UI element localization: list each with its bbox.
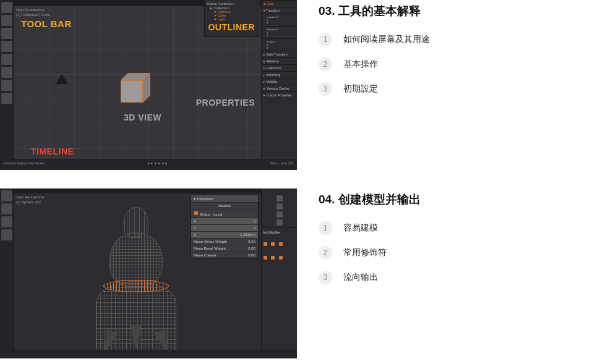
cursor-icon [1,15,12,26]
step-list-04: 1 容易建模 2 常用修饰符 3 流向输出 [319,221,421,284]
step-item[interactable]: 1 容易建模 [319,221,421,235]
step-item[interactable]: 3 流向输出 [319,271,421,284]
step-list-03: 1 如何阅读屏幕及其用途 2 基本操作 3 初期設定 [319,33,430,96]
move-icon [1,28,12,39]
modifier-icon [264,242,267,246]
modifier-icon [279,256,283,260]
blender-screenshot-2: User Perspective (1) Sphere.002 ▾ Transf… [0,188,297,358]
transform-icon [1,67,12,78]
step-item[interactable]: 2 基本操作 [319,57,430,71]
step-label: 如何阅读屏幕及其用途 [343,34,430,45]
properties-panel: ■ Cube ▾ Transform Location X YZ Rotatio… [261,0,297,170]
scale-icon [1,54,12,65]
step-label: 初期設定 [343,83,378,95]
annotate-icon [1,80,12,91]
overlay-label-properties: PROPERTIES [196,98,255,108]
properties-panel: Add Modifier [261,188,297,358]
step-number: 2 [319,57,332,71]
rotate-icon [1,41,12,52]
step-item[interactable]: 1 如何阅读屏幕及其用途 [319,33,430,46]
modifier-icon [271,256,275,260]
scene-icon [276,219,283,226]
modifier-icon [279,242,283,246]
step-item[interactable]: 3 初期設定 [319,82,430,96]
select-box-icon [1,2,12,13]
modifier-icon [264,256,267,260]
output-icon [276,203,283,210]
blender-screenshot-1: User Perspective (1) Collection | Cube S… [0,0,297,170]
overlay-label-timeline: TIMELINE [31,146,74,156]
viewport-info: User Perspective (1) Collection | Cube [16,7,50,17]
blender-toolbar [0,188,14,358]
viewport-info: User Perspective (1) Sphere.002 [16,195,45,205]
measure-icon [1,93,12,104]
timeline-panel [0,350,297,358]
cursor-icon [1,203,12,214]
render-icon [276,195,283,201]
transform-panel: ▾ Transform Median Global Local X0 Y0 Z2… [191,195,259,259]
step-number: 3 [319,271,332,284]
step-number: 3 [319,82,332,96]
timeline-panel: Playback Keying View Marker ◄◄ ◄ ► ►► St… [0,159,297,170]
overlay-label-outliner: OUTLINER [208,22,255,32]
step-number: 1 [319,33,332,46]
move-icon [1,216,12,227]
overlay-label-toolbar: TOOL BAR [21,19,72,29]
step-label: 容易建模 [343,222,378,234]
overlay-label-3dview: 3D VIEW [124,112,161,122]
select-box-icon [1,190,12,201]
step-item[interactable]: 2 常用修饰符 [319,246,421,260]
section-title-03: 03. 工具的基本解释 [319,3,430,19]
step-label: 常用修饰符 [343,247,387,258]
step-number: 2 [319,246,332,260]
rotate-icon [1,229,12,240]
camera-gizmo [56,74,68,84]
viewport-header [0,188,297,193]
modifier-icon [271,242,275,246]
step-label: 基本操作 [343,59,378,70]
section-title-04: 04. 创建模型并输出 [319,192,421,208]
step-label: 流向输出 [343,272,378,283]
view-icon [276,211,283,218]
step-number: 1 [319,221,332,235]
blender-toolbar [0,0,14,170]
